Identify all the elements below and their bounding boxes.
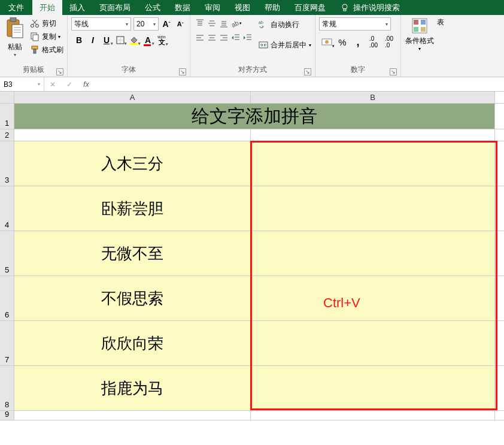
align-middle[interactable] [206, 17, 218, 29]
cell-b6[interactable] [251, 276, 495, 320]
italic-button[interactable]: I [87, 34, 99, 46]
row-header-8[interactable]: 8 [0, 366, 14, 410]
accounting-format[interactable]: ▾ [319, 35, 335, 49]
phonetic-guide-button[interactable]: wén文▾ [156, 34, 168, 46]
cell-a7[interactable]: 欣欣向荣 [14, 321, 251, 365]
align-middle-icon [207, 19, 217, 28]
increase-font-size[interactable]: Aˆ [160, 18, 172, 30]
svg-rect-3 [10, 17, 16, 22]
format-painter-button[interactable]: 格式刷 [30, 44, 63, 56]
tab-data[interactable]: 数据 [168, 0, 198, 15]
fill-bucket-icon [129, 35, 139, 45]
cell-a6[interactable]: 不假思索 [14, 276, 251, 320]
scissors-icon [30, 19, 40, 28]
font-launcher[interactable]: ↘ [179, 68, 186, 75]
clipboard-launcher[interactable]: ↘ [56, 68, 63, 75]
cell-a2[interactable] [14, 129, 251, 141]
cell-b8[interactable] [251, 366, 495, 410]
number-launcher[interactable]: ↘ [390, 68, 397, 75]
formula-input[interactable] [95, 77, 504, 91]
comma-format[interactable]: , [350, 35, 366, 49]
cell-b4[interactable] [251, 186, 495, 231]
conditional-formatting-button[interactable]: 条件格式 ▾ [405, 17, 435, 52]
paste-label: 粘贴 [4, 42, 26, 52]
column-header-b[interactable]: B [251, 92, 495, 103]
tab-insert[interactable]: 插入 [62, 0, 92, 15]
table-styles-button[interactable]: 表 [435, 17, 447, 28]
fill-color-button[interactable]: ▾ [128, 34, 140, 46]
merge-center-button[interactable]: 合并后居中▾ [259, 38, 311, 52]
group-clipboard: 粘贴 ▾ 剪切 复制▾ 格式刷 剪贴板↘ [0, 15, 68, 77]
cancel-button[interactable]: ✕ [44, 77, 61, 91]
align-right-icon [219, 33, 229, 43]
align-bottom[interactable] [218, 17, 230, 29]
tab-help[interactable]: 帮助 [257, 0, 287, 15]
cell-a8[interactable]: 指鹿为马 [14, 366, 251, 410]
cell-a1[interactable]: 给文字添加拼音 [14, 104, 495, 129]
svg-line-10 [33, 20, 37, 25]
svg-text:ab: ab [230, 19, 239, 28]
align-center[interactable] [206, 32, 218, 44]
cell-a3[interactable]: 入木三分 [14, 141, 251, 186]
alignment-launcher[interactable]: ↘ [304, 68, 311, 75]
group-number: 常规▾ ▾ % , .0.00 .00.0 数字↘ [315, 15, 401, 77]
tell-me-search[interactable]: 操作说明搜索 [333, 0, 407, 15]
svg-line-11 [32, 20, 37, 25]
insert-function-button[interactable]: fx [78, 77, 95, 91]
cell-a4[interactable]: 卧薪尝胆 [14, 186, 251, 231]
bold-button[interactable]: B [73, 34, 85, 46]
cell-b5[interactable] [251, 231, 495, 276]
row-header-3[interactable]: 3 [0, 141, 14, 186]
tab-baidu-netdisk[interactable]: 百度网盘 [287, 0, 333, 15]
cell-a9[interactable] [14, 411, 251, 420]
align-top[interactable] [194, 17, 206, 29]
border-button[interactable]: ▾ [114, 34, 126, 46]
percent-format[interactable]: % [335, 35, 350, 49]
tab-review[interactable]: 审阅 [198, 0, 227, 15]
align-left[interactable] [194, 32, 206, 44]
align-right[interactable] [218, 32, 230, 44]
copy-button[interactable]: 复制▾ [30, 31, 63, 43]
font-name-combo[interactable]: 等线▾ [71, 17, 131, 31]
row-header-9[interactable]: 9 [0, 411, 14, 420]
increase-decimal[interactable]: .0.00 [366, 35, 381, 49]
tab-home[interactable]: 开始 [32, 0, 62, 15]
decrease-indent[interactable] [230, 32, 242, 44]
tab-file[interactable]: 文件 [0, 0, 32, 15]
ribbon: 粘贴 ▾ 剪切 复制▾ 格式刷 剪贴板↘ [0, 15, 504, 77]
group-alignment: ab▾ ab 自动换行 合并后居中▾ [190, 15, 315, 77]
row-header-1[interactable]: 1 [0, 104, 14, 129]
font-size-combo[interactable]: 20▾ [133, 17, 159, 31]
cut-button[interactable]: 剪切 [30, 17, 63, 29]
spreadsheet-grid[interactable]: A B 1 给文字添加拼音 2 3 入木三分 4 卧薪尝胆 5 无微不至 6 不… [0, 92, 504, 445]
row-header-6[interactable]: 6 [0, 276, 14, 320]
increase-indent[interactable] [242, 32, 254, 44]
merge-icon [259, 40, 268, 50]
column-header-a[interactable]: A [14, 92, 251, 103]
row-header-7[interactable]: 7 [0, 321, 14, 365]
cell-b3[interactable] [251, 141, 495, 186]
row-header-5[interactable]: 5 [0, 231, 14, 276]
select-all-corner[interactable] [0, 92, 14, 103]
orientation-button[interactable]: ab▾ [230, 17, 242, 29]
paste-dropdown[interactable]: ▾ [4, 52, 26, 57]
cell-b2[interactable] [251, 129, 495, 141]
cell-a5[interactable]: 无微不至 [14, 231, 251, 276]
tab-page-layout[interactable]: 页面布局 [92, 0, 138, 15]
tab-formulas[interactable]: 公式 [138, 0, 168, 15]
row-header-4[interactable]: 4 [0, 186, 14, 231]
row-header-2[interactable]: 2 [0, 129, 14, 141]
wrap-text-button[interactable]: ab 自动换行 [259, 17, 311, 32]
number-format-combo[interactable]: 常规▾ [319, 17, 391, 31]
decrease-decimal[interactable]: .00.0 [381, 35, 397, 49]
name-box[interactable]: B3▾ [0, 77, 44, 91]
number-group-label: 数字 [351, 65, 365, 74]
paste-button[interactable]: 粘贴 ▾ [4, 17, 26, 57]
cell-b9[interactable] [251, 411, 495, 420]
enter-button[interactable]: ✓ [61, 77, 78, 91]
tab-view[interactable]: 视图 [227, 0, 257, 15]
font-color-button[interactable]: A▾ [142, 34, 154, 46]
cell-b7[interactable] [251, 321, 495, 365]
decrease-font-size[interactable]: Aˇ [174, 18, 186, 30]
underline-button[interactable]: U▾ [101, 34, 113, 46]
